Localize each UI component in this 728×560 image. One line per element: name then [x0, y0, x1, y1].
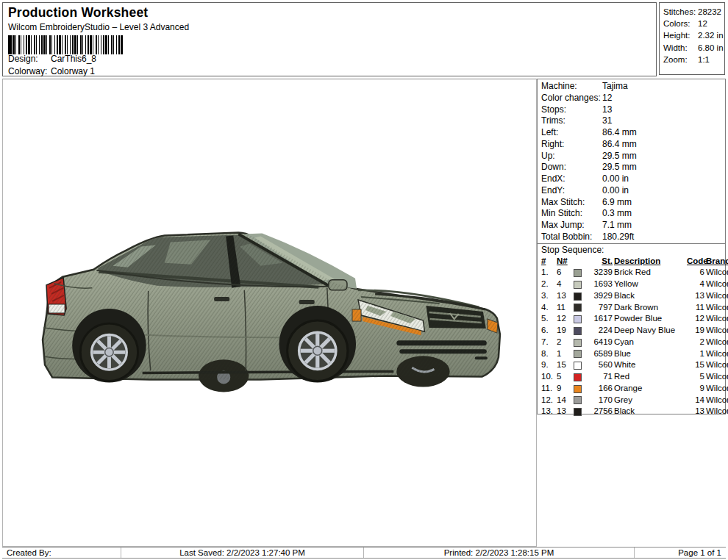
stop-number: 12. [541, 395, 555, 406]
stop-sequence-section: Stop Sequence: # N# St. Description Code… [538, 243, 725, 418]
machine-info-row: Up: 29.5 mm [541, 151, 725, 162]
summary-row: Height: 2.32 in [663, 29, 724, 41]
col-brand: Brand [706, 256, 728, 268]
design-value: CarThis6_8 [51, 53, 96, 65]
summary-value: 2.32 in [698, 29, 724, 41]
thread-brand: Wilcom [706, 395, 728, 406]
thread-color-swatch [574, 304, 582, 312]
stop-sequence-row: 2. 4 1693 Yellow 4 Wilcom [541, 279, 725, 290]
stop-sequence-row: 10. 5 71 Red 5 Wilcom [541, 371, 725, 383]
needle-number: 13 [557, 406, 572, 417]
design-barcode [8, 35, 123, 54]
thread-description: Black [614, 406, 685, 417]
machine-info-label: Max Stitch: [541, 197, 602, 209]
thread-code: 9 [687, 383, 704, 395]
stitch-count: 170 [587, 395, 613, 406]
thread-color-swatch [574, 385, 582, 393]
stitch-count: 2756 [587, 406, 613, 417]
page-footer: Created By: Last Saved: 2/2/2023 1:27:40… [2, 547, 726, 559]
machine-info-row: Color changes: 12 [541, 93, 725, 104]
machine-info-label: Total Bobbin: [541, 231, 602, 243]
needle-number: 19 [557, 325, 572, 337]
stitch-count: 1693 [587, 279, 613, 290]
thread-brand: Wilcom [706, 383, 728, 395]
machine-info-value: 86.4 mm [602, 127, 637, 139]
summary-label: Zoom: [663, 54, 698, 65]
stop-number: 10. [541, 371, 555, 383]
stop-sequence-row: 13. 13 2756 Black 13 Wilcom [541, 406, 725, 417]
thread-code: 4 [687, 279, 704, 290]
summary-value: 6.80 in [698, 42, 724, 54]
needle-number: 11 [557, 302, 572, 314]
thread-description: Yellow [614, 279, 685, 290]
col-description: Description [614, 256, 685, 268]
software-name: Wilcom EmbroideryStudio – Level 3 Advanc… [8, 22, 189, 32]
colorway-row: Colorway: Colorway 1 [8, 65, 95, 78]
summary-row: Colors: 12 [663, 18, 724, 29]
design-preview-canvas [2, 79, 537, 547]
thread-brand: Wilcom [706, 406, 728, 417]
thread-description: Grey [614, 395, 685, 406]
thread-color-swatch [574, 315, 582, 323]
thread-code: 19 [687, 325, 704, 337]
stop-number: 7. [541, 337, 555, 348]
needle-number: 9 [557, 383, 572, 395]
stop-number: 2. [541, 279, 555, 290]
needle-number: 14 [557, 395, 572, 406]
needle-number: 12 [557, 313, 572, 325]
stop-number: 13. [541, 406, 555, 417]
machine-info-row: Min Stitch: 0.3 mm [541, 208, 725, 220]
page-indicator: Page 1 of 1 [635, 548, 726, 558]
stitch-count: 3239 [587, 267, 613, 279]
colorway-label: Colorway: [8, 65, 51, 78]
thread-code: 6 [687, 267, 704, 279]
machine-info-row: Left: 86.4 mm [541, 127, 725, 139]
stop-number: 3. [541, 290, 555, 302]
machine-info-row: Total Bobbin: 180.29ft [541, 231, 725, 243]
created-by: Created By: [2, 548, 121, 558]
machine-info-row: Down: 29.5 mm [541, 162, 725, 173]
stitch-count: 560 [587, 359, 613, 371]
summary-row: Width: 6.80 in [663, 42, 724, 54]
summary-row: Stitches: 28232 [663, 6, 724, 18]
stop-sequence-row: 3. 13 3929 Black 13 Wilcom [541, 290, 725, 302]
thread-color-swatch [574, 362, 582, 370]
machine-info-value: 7.1 mm [602, 220, 632, 231]
col-code: Code [687, 256, 704, 268]
needle-number: 6 [557, 267, 572, 279]
stop-sequence-row: 6. 19 224 Deep Navy Blue 19 Wilcom [541, 325, 725, 337]
machine-info-value: 180.29ft [602, 231, 634, 243]
thread-description: Orange [614, 383, 685, 395]
last-saved: Last Saved: 2/2/2023 1:27:40 PM [121, 548, 364, 558]
thread-description: White [614, 359, 685, 371]
car-embroidery-artwork [39, 220, 512, 401]
design-label: Design: [8, 53, 51, 65]
thread-color-swatch [574, 396, 582, 404]
stop-sequence-row: 5. 12 1617 Powder Blue 12 Wilcom [541, 313, 725, 325]
machine-info-panel: Machine: Tajima Color changes: 12 Stops:… [537, 79, 726, 414]
thread-brand: Wilcom [706, 290, 728, 302]
machine-info-label: EndY: [541, 185, 602, 197]
thread-brand: Wilcom [706, 371, 728, 383]
stitch-count: 1617 [587, 313, 613, 325]
thread-description: Powder Blue [614, 313, 685, 325]
stop-sequence-row: 8. 1 6589 Blue 1 Wilcom [541, 348, 725, 360]
thread-description: Cyan [614, 337, 685, 348]
summary-label: Colors: [663, 18, 698, 29]
machine-info-row: Machine: Tajima [541, 81, 725, 93]
production-worksheet-page: Production Worksheet Wilcom EmbroiderySt… [0, 0, 728, 560]
machine-info-value: 86.4 mm [602, 139, 637, 151]
col-num: # [541, 256, 555, 268]
thread-code: 13 [687, 406, 704, 417]
stop-number: 4. [541, 302, 555, 314]
stop-number: 5. [541, 313, 555, 325]
printed-timestamp: Printed: 2/2/2023 1:28:15 PM [364, 548, 635, 558]
page-title: Production Worksheet [8, 5, 148, 21]
thread-description: Dark Brown [614, 302, 685, 314]
stop-sequence-row: 11. 9 166 Orange 9 Wilcom [541, 383, 725, 395]
thread-brand: Wilcom [706, 325, 728, 337]
thread-description: Black [614, 290, 685, 302]
thread-code: 13 [687, 290, 704, 302]
machine-info-row: Max Jump: 7.1 mm [541, 220, 725, 231]
stitch-count: 6589 [587, 348, 613, 360]
